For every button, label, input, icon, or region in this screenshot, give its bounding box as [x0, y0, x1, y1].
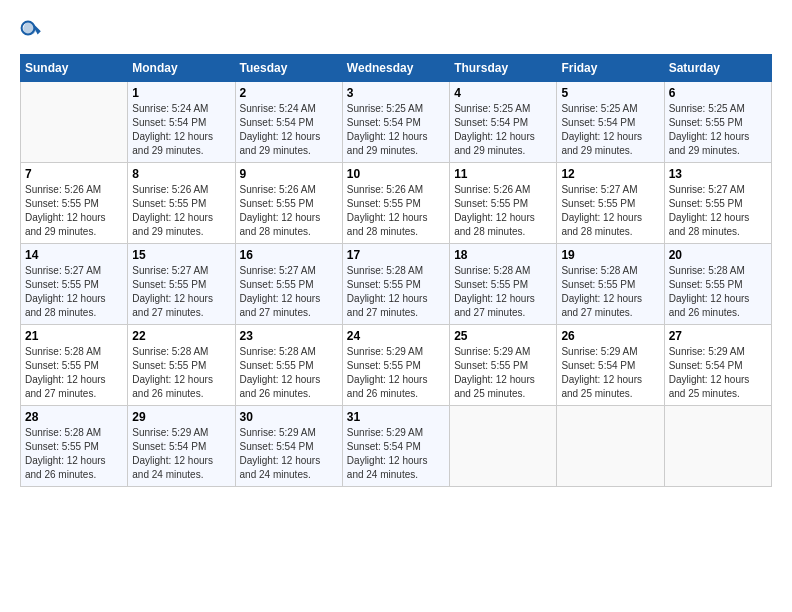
day-info: Sunrise: 5:28 AM Sunset: 5:55 PM Dayligh…: [347, 264, 445, 320]
calendar-cell: 23Sunrise: 5:28 AM Sunset: 5:55 PM Dayli…: [235, 325, 342, 406]
day-number: 20: [669, 248, 767, 262]
day-number: 6: [669, 86, 767, 100]
calendar-cell: 28Sunrise: 5:28 AM Sunset: 5:55 PM Dayli…: [21, 406, 128, 487]
calendar-cell: 9Sunrise: 5:26 AM Sunset: 5:55 PM Daylig…: [235, 163, 342, 244]
day-number: 30: [240, 410, 338, 424]
calendar-cell: 12Sunrise: 5:27 AM Sunset: 5:55 PM Dayli…: [557, 163, 664, 244]
day-info: Sunrise: 5:27 AM Sunset: 5:55 PM Dayligh…: [25, 264, 123, 320]
day-info: Sunrise: 5:25 AM Sunset: 5:54 PM Dayligh…: [454, 102, 552, 158]
calendar-cell: 30Sunrise: 5:29 AM Sunset: 5:54 PM Dayli…: [235, 406, 342, 487]
day-number: 19: [561, 248, 659, 262]
calendar-cell: 6Sunrise: 5:25 AM Sunset: 5:55 PM Daylig…: [664, 82, 771, 163]
day-info: Sunrise: 5:25 AM Sunset: 5:54 PM Dayligh…: [561, 102, 659, 158]
day-info: Sunrise: 5:29 AM Sunset: 5:55 PM Dayligh…: [454, 345, 552, 401]
day-number: 1: [132, 86, 230, 100]
day-number: 7: [25, 167, 123, 181]
calendar-table: SundayMondayTuesdayWednesdayThursdayFrid…: [20, 54, 772, 487]
day-number: 11: [454, 167, 552, 181]
day-number: 25: [454, 329, 552, 343]
day-number: 16: [240, 248, 338, 262]
day-number: 26: [561, 329, 659, 343]
day-number: 21: [25, 329, 123, 343]
day-info: Sunrise: 5:27 AM Sunset: 5:55 PM Dayligh…: [561, 183, 659, 239]
calendar-cell: 19Sunrise: 5:28 AM Sunset: 5:55 PM Dayli…: [557, 244, 664, 325]
day-number: 31: [347, 410, 445, 424]
day-number: 2: [240, 86, 338, 100]
day-info: Sunrise: 5:26 AM Sunset: 5:55 PM Dayligh…: [132, 183, 230, 239]
calendar-cell: 10Sunrise: 5:26 AM Sunset: 5:55 PM Dayli…: [342, 163, 449, 244]
calendar-week-3: 14Sunrise: 5:27 AM Sunset: 5:55 PM Dayli…: [21, 244, 772, 325]
calendar-cell: [450, 406, 557, 487]
calendar-week-2: 7Sunrise: 5:26 AM Sunset: 5:55 PM Daylig…: [21, 163, 772, 244]
calendar-cell: [21, 82, 128, 163]
day-number: 14: [25, 248, 123, 262]
day-info: Sunrise: 5:24 AM Sunset: 5:54 PM Dayligh…: [132, 102, 230, 158]
day-info: Sunrise: 5:28 AM Sunset: 5:55 PM Dayligh…: [25, 426, 123, 482]
day-info: Sunrise: 5:29 AM Sunset: 5:54 PM Dayligh…: [240, 426, 338, 482]
day-info: Sunrise: 5:25 AM Sunset: 5:55 PM Dayligh…: [669, 102, 767, 158]
day-info: Sunrise: 5:29 AM Sunset: 5:55 PM Dayligh…: [347, 345, 445, 401]
page-header: [20, 20, 772, 44]
calendar-cell: 1Sunrise: 5:24 AM Sunset: 5:54 PM Daylig…: [128, 82, 235, 163]
day-number: 24: [347, 329, 445, 343]
calendar-cell: 31Sunrise: 5:29 AM Sunset: 5:54 PM Dayli…: [342, 406, 449, 487]
calendar-cell: [664, 406, 771, 487]
day-number: 5: [561, 86, 659, 100]
calendar-cell: 3Sunrise: 5:25 AM Sunset: 5:54 PM Daylig…: [342, 82, 449, 163]
day-number: 13: [669, 167, 767, 181]
day-number: 12: [561, 167, 659, 181]
day-info: Sunrise: 5:26 AM Sunset: 5:55 PM Dayligh…: [25, 183, 123, 239]
calendar-cell: 29Sunrise: 5:29 AM Sunset: 5:54 PM Dayli…: [128, 406, 235, 487]
day-info: Sunrise: 5:28 AM Sunset: 5:55 PM Dayligh…: [454, 264, 552, 320]
calendar-cell: 8Sunrise: 5:26 AM Sunset: 5:55 PM Daylig…: [128, 163, 235, 244]
day-info: Sunrise: 5:28 AM Sunset: 5:55 PM Dayligh…: [25, 345, 123, 401]
column-header-saturday: Saturday: [664, 55, 771, 82]
day-info: Sunrise: 5:26 AM Sunset: 5:55 PM Dayligh…: [240, 183, 338, 239]
column-header-friday: Friday: [557, 55, 664, 82]
day-info: Sunrise: 5:24 AM Sunset: 5:54 PM Dayligh…: [240, 102, 338, 158]
column-header-sunday: Sunday: [21, 55, 128, 82]
day-number: 9: [240, 167, 338, 181]
calendar-cell: [557, 406, 664, 487]
column-header-monday: Monday: [128, 55, 235, 82]
day-info: Sunrise: 5:28 AM Sunset: 5:55 PM Dayligh…: [132, 345, 230, 401]
day-info: Sunrise: 5:27 AM Sunset: 5:55 PM Dayligh…: [240, 264, 338, 320]
day-number: 3: [347, 86, 445, 100]
calendar-cell: 16Sunrise: 5:27 AM Sunset: 5:55 PM Dayli…: [235, 244, 342, 325]
calendar-header-row: SundayMondayTuesdayWednesdayThursdayFrid…: [21, 55, 772, 82]
calendar-cell: 11Sunrise: 5:26 AM Sunset: 5:55 PM Dayli…: [450, 163, 557, 244]
day-info: Sunrise: 5:27 AM Sunset: 5:55 PM Dayligh…: [669, 183, 767, 239]
calendar-week-1: 1Sunrise: 5:24 AM Sunset: 5:54 PM Daylig…: [21, 82, 772, 163]
column-header-wednesday: Wednesday: [342, 55, 449, 82]
day-number: 29: [132, 410, 230, 424]
day-info: Sunrise: 5:26 AM Sunset: 5:55 PM Dayligh…: [347, 183, 445, 239]
calendar-cell: 20Sunrise: 5:28 AM Sunset: 5:55 PM Dayli…: [664, 244, 771, 325]
day-info: Sunrise: 5:25 AM Sunset: 5:54 PM Dayligh…: [347, 102, 445, 158]
calendar-cell: 22Sunrise: 5:28 AM Sunset: 5:55 PM Dayli…: [128, 325, 235, 406]
day-info: Sunrise: 5:29 AM Sunset: 5:54 PM Dayligh…: [132, 426, 230, 482]
calendar-cell: 14Sunrise: 5:27 AM Sunset: 5:55 PM Dayli…: [21, 244, 128, 325]
day-info: Sunrise: 5:29 AM Sunset: 5:54 PM Dayligh…: [561, 345, 659, 401]
day-info: Sunrise: 5:28 AM Sunset: 5:55 PM Dayligh…: [561, 264, 659, 320]
day-info: Sunrise: 5:29 AM Sunset: 5:54 PM Dayligh…: [347, 426, 445, 482]
day-info: Sunrise: 5:29 AM Sunset: 5:54 PM Dayligh…: [669, 345, 767, 401]
calendar-cell: 21Sunrise: 5:28 AM Sunset: 5:55 PM Dayli…: [21, 325, 128, 406]
day-info: Sunrise: 5:26 AM Sunset: 5:55 PM Dayligh…: [454, 183, 552, 239]
calendar-week-5: 28Sunrise: 5:28 AM Sunset: 5:55 PM Dayli…: [21, 406, 772, 487]
calendar-cell: 7Sunrise: 5:26 AM Sunset: 5:55 PM Daylig…: [21, 163, 128, 244]
calendar-cell: 24Sunrise: 5:29 AM Sunset: 5:55 PM Dayli…: [342, 325, 449, 406]
day-info: Sunrise: 5:28 AM Sunset: 5:55 PM Dayligh…: [669, 264, 767, 320]
day-number: 22: [132, 329, 230, 343]
calendar-cell: 25Sunrise: 5:29 AM Sunset: 5:55 PM Dayli…: [450, 325, 557, 406]
day-number: 17: [347, 248, 445, 262]
calendar-cell: 15Sunrise: 5:27 AM Sunset: 5:55 PM Dayli…: [128, 244, 235, 325]
day-number: 8: [132, 167, 230, 181]
calendar-cell: 13Sunrise: 5:27 AM Sunset: 5:55 PM Dayli…: [664, 163, 771, 244]
calendar-cell: 27Sunrise: 5:29 AM Sunset: 5:54 PM Dayli…: [664, 325, 771, 406]
calendar-cell: 4Sunrise: 5:25 AM Sunset: 5:54 PM Daylig…: [450, 82, 557, 163]
day-number: 28: [25, 410, 123, 424]
calendar-cell: 17Sunrise: 5:28 AM Sunset: 5:55 PM Dayli…: [342, 244, 449, 325]
column-header-thursday: Thursday: [450, 55, 557, 82]
day-info: Sunrise: 5:27 AM Sunset: 5:55 PM Dayligh…: [132, 264, 230, 320]
calendar-cell: 5Sunrise: 5:25 AM Sunset: 5:54 PM Daylig…: [557, 82, 664, 163]
